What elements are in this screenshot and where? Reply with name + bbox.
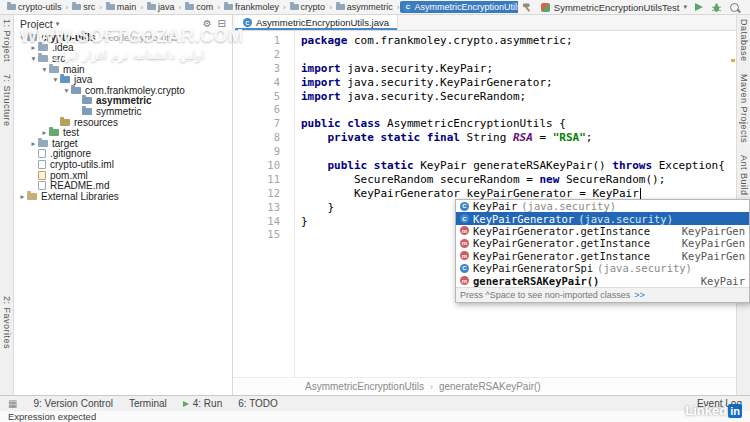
line-number[interactable]: 10: [233, 159, 294, 173]
line-number[interactable]: 8: [233, 131, 294, 145]
completion-item[interactable]: CKeyPair(java.security): [456, 200, 749, 212]
line-number[interactable]: 9: [233, 145, 294, 159]
settings-gear-icon[interactable]: ⚙: [203, 18, 212, 29]
run-config-selector[interactable]: SymmetricEncryptionUtilsTest ▾: [541, 2, 687, 13]
debug-button[interactable]: [711, 2, 722, 13]
code-line[interactable]: package com.frankmoley.crypto.asymmetric…: [301, 34, 737, 48]
completion-label: KeyPairGenerator: [473, 213, 574, 225]
code-line[interactable]: [301, 145, 737, 159]
tab-asymmetric-encryption-utils[interactable]: C AsymmetricEncryptionUtils.java: [235, 15, 398, 30]
tree-item[interactable]: README.md: [14, 180, 232, 191]
completion-label: KeyPairGeneratorSpi: [473, 262, 593, 274]
tree-item[interactable]: symmetric: [14, 106, 232, 117]
run-button[interactable]: [695, 3, 703, 11]
tree-item[interactable]: ▸.idea: [14, 43, 232, 54]
code-line[interactable]: public static KeyPair generateRSAKeyPair…: [301, 159, 737, 173]
tree-item[interactable]: ▾java: [14, 74, 232, 85]
breadcrumb-item[interactable]: generateRSAKeyPair(): [439, 381, 541, 392]
code-line[interactable]: import java.security.KeyPairGenerator;: [301, 76, 737, 90]
chevron-right-icon[interactable]: ▸: [18, 192, 27, 201]
tool-window-button[interactable]: Terminal: [129, 398, 167, 409]
tree-item[interactable]: ▸target: [14, 138, 232, 149]
tool-window-button[interactable]: 7: Structure: [2, 74, 12, 127]
line-number[interactable]: 13: [233, 201, 294, 215]
chevron-down-icon[interactable]: ▾: [56, 20, 60, 28]
tool-window-button[interactable]: 1: Project: [2, 19, 12, 62]
line-number[interactable]: 4: [233, 76, 294, 90]
code-line[interactable]: private static final String RSA = "RSA";: [301, 131, 737, 145]
tool-window-button[interactable]: Maven Projects: [739, 74, 749, 143]
code-line[interactable]: [301, 103, 737, 117]
tree-item[interactable]: ▾crypto-utils~/code/crypto-utils: [14, 32, 232, 43]
completion-item[interactable]: mKeyPairGenerator.getInstanceKeyPairGen: [456, 237, 749, 249]
line-number[interactable]: 1: [233, 34, 294, 48]
tree-item[interactable]: ▸test: [14, 127, 232, 138]
breadcrumb-item[interactable]: crypto-utils: [4, 1, 65, 13]
breadcrumb-item[interactable]: AsymmetricEncryptionUtils: [305, 381, 424, 392]
tree-item-label: External Libraries: [41, 191, 119, 202]
chevron-down-icon[interactable]: ▾: [29, 54, 38, 63]
completion-item[interactable]: mgenerateRSAKeyPair()KeyPair: [456, 274, 749, 286]
breadcrumb-item[interactable]: com: [182, 1, 216, 13]
search-icon[interactable]: [730, 3, 739, 12]
chevron-right-icon[interactable]: ▸: [40, 128, 49, 137]
tool-window-button[interactable]: 9: Version Control: [33, 398, 113, 409]
completion-item[interactable]: mKeyPairGenerator.getInstanceKeyPairGen: [456, 250, 749, 262]
breadcrumb-item[interactable]: CAsymmetricEncryptionUtils: [400, 1, 517, 13]
chevron-down-icon[interactable]: ▾: [40, 65, 49, 74]
tree-item[interactable]: resources: [14, 117, 232, 128]
line-number[interactable]: 11: [233, 173, 294, 187]
tree-item[interactable]: ▾main: [14, 64, 232, 75]
tool-window-button[interactable]: 4: Run: [183, 398, 222, 409]
build-hammer-icon[interactable]: [522, 2, 533, 13]
line-number[interactable]: 15: [233, 228, 294, 242]
tool-window-switcher-icon[interactable]: ▦: [8, 398, 17, 409]
tree-item[interactable]: ▾com.frankmoley.crypto: [14, 85, 232, 96]
completion-item[interactable]: mKeyPairGenerator.getInstanceKeyPairGen: [456, 225, 749, 237]
tree-item[interactable]: .gitignore: [14, 149, 232, 160]
code-token: java.security.KeyPair;: [347, 62, 493, 75]
chevron-right-icon[interactable]: ▸: [29, 43, 38, 52]
breadcrumb-item[interactable]: asymmetric: [333, 1, 396, 13]
breadcrumb-label: crypto: [301, 2, 326, 12]
code-token: =: [539, 131, 552, 144]
tree-item[interactable]: ▸External Libraries: [14, 191, 232, 202]
code-line[interactable]: import java.security.KeyPair;: [301, 62, 737, 76]
line-number[interactable]: 12: [233, 187, 294, 201]
code-token: }: [301, 215, 308, 228]
code-line[interactable]: public class AsymmetricEncryptionUtils {: [301, 117, 737, 131]
completion-hint-link[interactable]: >>: [634, 290, 645, 300]
line-number[interactable]: 5: [233, 90, 294, 104]
breadcrumb-item[interactable]: crypto: [287, 1, 329, 13]
tree-item[interactable]: ▾src: [14, 53, 232, 64]
chevron-down-icon[interactable]: ▾: [18, 33, 27, 42]
chevron-right-icon[interactable]: ▸: [29, 139, 38, 148]
tool-window-button[interactable]: Ant Build: [739, 155, 749, 196]
chevron-down-icon[interactable]: ▾: [51, 75, 60, 84]
lib-icon: [27, 193, 37, 200]
chevron-down-icon[interactable]: ▾: [62, 86, 71, 95]
line-number[interactable]: 3: [233, 62, 294, 76]
line-number[interactable]: 14: [233, 215, 294, 229]
tool-window-button[interactable]: Database: [739, 19, 749, 62]
tree-item[interactable]: crypto-utils.iml: [14, 159, 232, 170]
tool-window-button[interactable]: 2: Favorites: [2, 296, 12, 349]
tree-item[interactable]: asymmetric: [14, 96, 232, 107]
breadcrumb-item[interactable]: frankmoley: [221, 1, 282, 13]
breadcrumb-item[interactable]: main: [103, 1, 140, 13]
code-line[interactable]: SecureRandom secureRandom = new SecureRa…: [301, 173, 737, 187]
code-line[interactable]: import java.security.SecureRandom;: [301, 90, 737, 104]
event-log-button[interactable]: Event Log: [697, 398, 742, 409]
breadcrumb-item[interactable]: java: [144, 1, 178, 13]
completion-item[interactable]: CKeyPairGeneratorSpi(java.security): [456, 262, 749, 274]
tree-item[interactable]: pom.xml: [14, 170, 232, 181]
line-number[interactable]: 7: [233, 117, 294, 131]
line-number[interactable]: 2: [233, 48, 294, 62]
code-line[interactable]: [301, 48, 737, 62]
completion-item[interactable]: CKeyPairGenerator(java.security): [456, 212, 749, 224]
warning-stripe-mark[interactable]: [731, 59, 735, 62]
breadcrumb-item[interactable]: src: [69, 1, 98, 13]
line-number[interactable]: 6: [233, 103, 294, 117]
collapse-all-icon[interactable]: ⊟: [218, 18, 226, 29]
tool-window-button[interactable]: 6: TODO: [238, 398, 278, 409]
